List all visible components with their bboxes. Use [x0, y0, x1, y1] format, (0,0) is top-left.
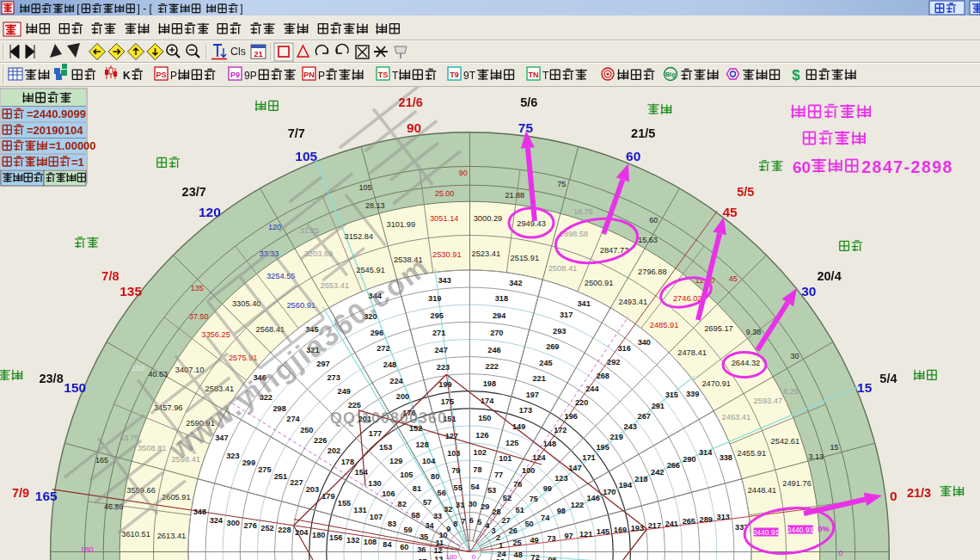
svg-text:105: 105 — [400, 471, 413, 479]
svg-text:228: 228 — [278, 526, 291, 534]
svg-text:295: 295 — [431, 311, 444, 320]
svg-text:313: 313 — [717, 513, 730, 521]
svg-text:55: 55 — [454, 483, 462, 492]
svg-text:7/9: 7/9 — [12, 486, 29, 500]
svg-text:268: 268 — [597, 372, 609, 380]
svg-text:Cls: Cls — [230, 46, 246, 58]
svg-text:9P: 9P — [244, 70, 257, 82]
svg-text:45: 45 — [722, 205, 738, 219]
svg-text:102: 102 — [474, 448, 487, 457]
svg-text:5/6: 5/6 — [520, 95, 537, 109]
svg-text:73: 73 — [547, 534, 555, 543]
svg-text:100: 100 — [522, 466, 535, 475]
svg-text:316: 316 — [617, 344, 630, 353]
svg-text:171: 171 — [582, 453, 595, 462]
svg-text:103: 103 — [447, 449, 460, 458]
svg-text:131: 131 — [353, 506, 366, 514]
svg-text:130: 130 — [368, 479, 381, 488]
svg-text:P9: P9 — [230, 71, 240, 79]
svg-text:84: 84 — [383, 540, 392, 549]
svg-text:180: 180 — [80, 545, 93, 554]
svg-text:165: 165 — [95, 456, 108, 465]
svg-text:72: 72 — [531, 553, 540, 560]
svg-text:74: 74 — [541, 514, 550, 522]
svg-text:122: 122 — [571, 501, 584, 509]
svg-text:37.50: 37.50 — [189, 312, 209, 321]
svg-text:33: 33 — [433, 512, 442, 520]
svg-text:2746.02: 2746.02 — [673, 294, 702, 303]
svg-text:2613.41: 2613.41 — [157, 532, 187, 540]
svg-text:79: 79 — [451, 466, 460, 475]
svg-text:127: 127 — [445, 432, 458, 440]
svg-text:121: 121 — [579, 530, 592, 538]
svg-text:6: 6 — [469, 516, 474, 525]
svg-text:P: P — [318, 70, 325, 82]
svg-text:298: 298 — [273, 404, 285, 413]
svg-text:249: 249 — [338, 387, 351, 396]
svg-text:5/5: 5/5 — [737, 185, 754, 199]
svg-text:TS: TS — [378, 71, 389, 79]
svg-text:178: 178 — [341, 458, 354, 466]
svg-text:292: 292 — [607, 358, 620, 366]
svg-text:25.00: 25.00 — [435, 189, 455, 198]
svg-text:129: 129 — [389, 457, 402, 465]
svg-text:5/4: 5/4 — [879, 372, 897, 385]
svg-text:272: 272 — [377, 344, 389, 353]
svg-text:101: 101 — [499, 454, 511, 463]
svg-text:30: 30 — [801, 284, 816, 298]
svg-text:203: 203 — [306, 485, 319, 494]
svg-text:2463.41: 2463.41 — [722, 413, 751, 422]
svg-text:7: 7 — [461, 517, 465, 526]
svg-text:2500.91: 2500.91 — [585, 279, 614, 287]
svg-text:48: 48 — [514, 551, 523, 559]
svg-text:20/4: 20/4 — [817, 269, 841, 283]
svg-text:49: 49 — [530, 536, 538, 545]
svg-text:155: 155 — [338, 499, 351, 508]
svg-text:80: 80 — [431, 472, 439, 481]
svg-text:3610.51: 3610.51 — [121, 530, 150, 538]
svg-text:2493.41: 2493.41 — [618, 298, 647, 306]
svg-text:TN: TN — [529, 71, 539, 79]
svg-text:98: 98 — [557, 507, 566, 515]
svg-text:2515.91: 2515.91 — [511, 254, 540, 262]
svg-text:18.75: 18.75 — [573, 207, 593, 216]
svg-text:15.63: 15.63 — [638, 236, 658, 244]
svg-text:60: 60 — [626, 149, 640, 163]
svg-text:200: 200 — [396, 392, 409, 401]
svg-text:2593.47: 2593.47 — [754, 397, 783, 405]
svg-text:0: 0 — [890, 489, 897, 503]
svg-text:3152.84: 3152.84 — [344, 232, 373, 241]
svg-text:34: 34 — [425, 521, 434, 530]
svg-text:223: 223 — [437, 363, 450, 372]
svg-text:11: 11 — [435, 538, 444, 547]
svg-text:T: T — [542, 70, 549, 82]
svg-text:174: 174 — [481, 397, 494, 405]
svg-text:9.38: 9.38 — [746, 328, 762, 336]
svg-text:317: 317 — [560, 311, 573, 319]
svg-text:3.13: 3.13 — [808, 452, 824, 461]
svg-text:2491.76: 2491.76 — [782, 479, 812, 488]
svg-text:135: 135 — [119, 284, 142, 298]
svg-text:1: 1 — [499, 541, 503, 550]
svg-text:315: 315 — [665, 391, 678, 399]
svg-text:338: 338 — [720, 453, 732, 462]
svg-text:153: 153 — [379, 443, 392, 452]
svg-text:82: 82 — [398, 500, 407, 508]
svg-text:24: 24 — [497, 550, 506, 558]
svg-text:] - [: ] - [ — [138, 3, 153, 15]
svg-text:270: 270 — [490, 329, 503, 337]
svg-text:28: 28 — [492, 508, 500, 516]
svg-text:]: ] — [240, 3, 242, 15]
svg-text:219: 219 — [609, 433, 622, 441]
svg-text:242: 242 — [651, 468, 664, 477]
svg-text:220: 220 — [575, 398, 588, 407]
svg-text:125: 125 — [505, 439, 518, 447]
svg-text:293: 293 — [553, 327, 566, 335]
svg-text:105: 105 — [295, 149, 317, 163]
svg-text:77: 77 — [494, 471, 503, 479]
svg-text:218: 218 — [634, 475, 647, 483]
svg-text:149: 149 — [512, 422, 525, 431]
svg-text:2440.91: 2440.91 — [787, 526, 814, 534]
svg-text:135: 135 — [191, 284, 204, 292]
svg-text:124: 124 — [532, 453, 546, 462]
